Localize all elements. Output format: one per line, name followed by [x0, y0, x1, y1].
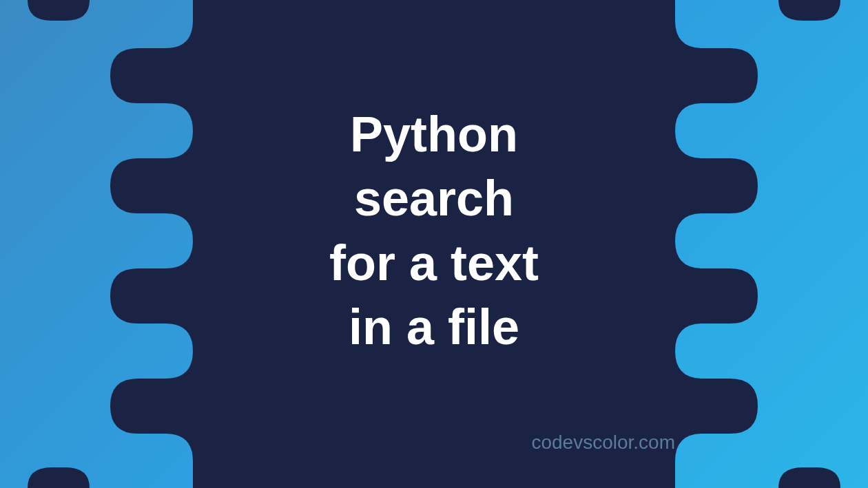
graphic-container: Python search for a text in a file codev…: [0, 0, 868, 488]
title-line-4: in a file: [349, 299, 519, 354]
title-line-3: for a text: [329, 235, 539, 290]
title-text: Python search for a text in a file: [0, 103, 868, 360]
title-line-2: search: [354, 171, 514, 226]
title-line-1: Python: [350, 107, 518, 162]
watermark-text: codevscolor.com: [531, 432, 675, 454]
